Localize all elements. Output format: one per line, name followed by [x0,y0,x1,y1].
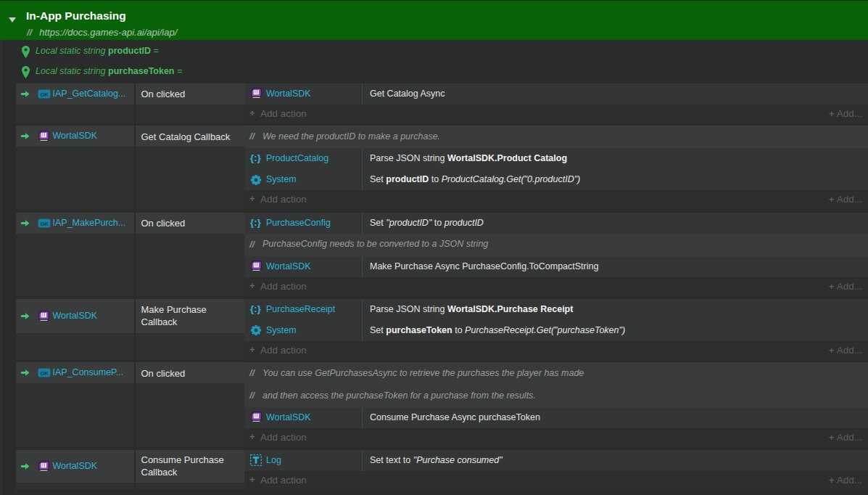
svg-text:OK: OK [40,220,49,226]
svg-text:OK: OK [40,370,49,377]
svg-text:OK: OK [40,91,49,97]
